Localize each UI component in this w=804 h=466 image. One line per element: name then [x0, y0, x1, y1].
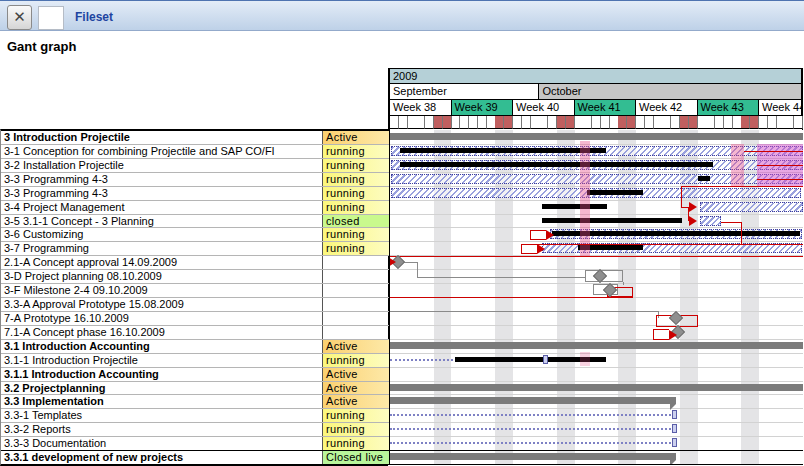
gantt-progress-bar[interactable]	[587, 190, 643, 195]
gantt-summary-bar[interactable]	[390, 397, 676, 404]
gantt-task-bar[interactable]	[700, 216, 721, 226]
day-cell	[399, 116, 408, 129]
gantt-progress-bar[interactable]	[698, 176, 710, 181]
fileset-checkbox[interactable]	[38, 6, 64, 30]
gantt-progress-bar[interactable]	[400, 148, 606, 153]
day-cell-weekend	[557, 116, 566, 129]
task-name: 3.3-1 Templates	[1, 409, 323, 422]
task-row[interactable]: 3-4 Project Managementrunning	[1, 200, 389, 214]
status-badge: running	[323, 187, 389, 200]
task-name: 3-D Project planning 08.10.2009	[1, 270, 323, 283]
row-separator	[390, 353, 803, 354]
link-connector-box	[530, 230, 546, 240]
link-arrowhead-icon	[689, 202, 697, 212]
link-arrowhead-icon	[689, 216, 697, 226]
week-header-41: Week 41	[575, 100, 637, 116]
day-cell	[460, 116, 469, 129]
status-badge: running	[323, 437, 389, 450]
day-cell-weekend	[627, 116, 636, 129]
status-badge: Active	[323, 395, 389, 408]
gantt-progress-bar[interactable]	[400, 162, 713, 167]
task-name: 3-F Milestone 2-4 09.10.2009	[1, 284, 323, 297]
task-row[interactable]: 3.1-1 Introduction Projectilerunning	[1, 353, 389, 367]
day-cell	[469, 116, 478, 129]
day-cell-weekend	[443, 116, 452, 129]
task-row[interactable]: 3.3-1 Templatesrunning	[1, 408, 389, 422]
task-row[interactable]: 3-D Project planning 08.10.2009	[1, 269, 389, 283]
status-badge: Active	[323, 340, 389, 353]
row-separator	[390, 200, 803, 201]
day-cell-weekend	[504, 116, 513, 129]
task-row[interactable]: 3.3-2 Reportsrunning	[1, 422, 389, 436]
day-cell	[408, 116, 417, 129]
status-badge: Active	[323, 368, 389, 381]
week-header-42: Week 42	[636, 100, 698, 116]
row-separator	[390, 422, 803, 423]
highlight-overlay	[580, 352, 590, 366]
task-name: 7-A Prototype 16.10.2009	[1, 312, 323, 325]
task-row[interactable]: 3-5 3.1-1 Concept - 3 Planningclosed	[1, 214, 389, 227]
summary-bar-tail	[670, 460, 676, 464]
page-title: Gant graph	[7, 39, 76, 54]
status-badge: running	[323, 173, 389, 186]
gantt-summary-bar[interactable]	[390, 342, 803, 349]
highlight-overlay	[580, 141, 590, 256]
link-line	[757, 179, 803, 180]
gantt-summary-bar[interactable]	[390, 453, 676, 460]
link-line	[390, 256, 803, 257]
status-badge: closed	[323, 215, 389, 227]
task-row[interactable]: 7-A Prototype 16.10.2009	[1, 311, 389, 325]
task-row[interactable]: 3.3 ImplementationActive	[1, 394, 389, 408]
status-badge: Active	[323, 382, 389, 394]
month-header-october: October	[539, 84, 802, 100]
task-row[interactable]: 3.1 Introduction AccountingActive	[1, 339, 389, 353]
status-badge: running	[323, 228, 389, 241]
task-row[interactable]: 3.3-A Approval Prototype 15.08.2009	[1, 297, 389, 311]
status-badge	[323, 256, 389, 269]
task-row[interactable]: 3.1.1 Introduction AccountingActive	[1, 367, 389, 381]
task-row[interactable]: 3-3 Programming 4-3running	[1, 172, 389, 186]
gantt-progress-bar[interactable]	[542, 218, 682, 223]
row-separator	[390, 325, 803, 326]
link-line	[417, 262, 418, 277]
gantt-progress-bar[interactable]	[542, 204, 607, 209]
day-cell	[452, 116, 461, 129]
fileset-link[interactable]: Fileset	[75, 10, 113, 24]
task-row[interactable]: 3.3-3 Documentationrunning	[1, 436, 389, 450]
day-cell	[794, 116, 803, 129]
task-row[interactable]: 3 Introduction ProjectileActive	[1, 130, 389, 144]
gantt-task-bar[interactable]	[700, 202, 803, 212]
day-cell	[759, 116, 768, 129]
task-row[interactable]: 3-7 Programmingrunning	[1, 241, 389, 255]
task-row[interactable]: 3-2 Installation Projectilerunning	[1, 158, 389, 172]
link-arrowhead-icon	[537, 244, 545, 254]
day-cell	[592, 116, 601, 129]
task-name: 3-6 Customizing	[1, 228, 323, 241]
task-row[interactable]: 2.1-A Concept approval 14.09.2009	[1, 255, 389, 269]
close-button[interactable]: ✕	[7, 5, 32, 30]
day-cell-weekend	[680, 116, 689, 129]
status-badge: running	[323, 354, 389, 367]
task-row[interactable]: 3.2 ProjectplanningActive	[1, 381, 389, 394]
status-badge: Active	[323, 131, 389, 144]
gantt-summary-bar[interactable]	[390, 133, 803, 140]
day-cell	[425, 116, 434, 129]
day-cell	[706, 116, 715, 129]
week-header-43: Week 43	[698, 100, 760, 116]
row-separator	[390, 367, 803, 368]
task-row[interactable]: 3-6 Customizingrunning	[1, 227, 389, 241]
day-cell	[715, 116, 724, 129]
task-name: 3.3-A Approval Prototype 15.08.2009	[1, 298, 323, 311]
gantt-summary-bar[interactable]	[390, 384, 803, 391]
task-row[interactable]: 3-1 Conception for combining Projectile …	[1, 144, 389, 158]
day-cell	[785, 116, 794, 129]
week-header-39: Week 39	[452, 100, 514, 116]
link-line	[417, 277, 585, 278]
task-row[interactable]: 3-F Milestone 2-4 09.10.2009	[1, 283, 389, 297]
task-row[interactable]: 3-3 Programming 4-3running	[1, 186, 389, 200]
task-row[interactable]: 3.3.1 development of new projectsClosed …	[1, 450, 389, 464]
day-cell	[539, 116, 548, 129]
status-badge	[323, 312, 389, 325]
gantt-chart-area	[390, 130, 803, 464]
task-row[interactable]: 7.1-A Concept phase 16.10.2009	[1, 325, 389, 339]
